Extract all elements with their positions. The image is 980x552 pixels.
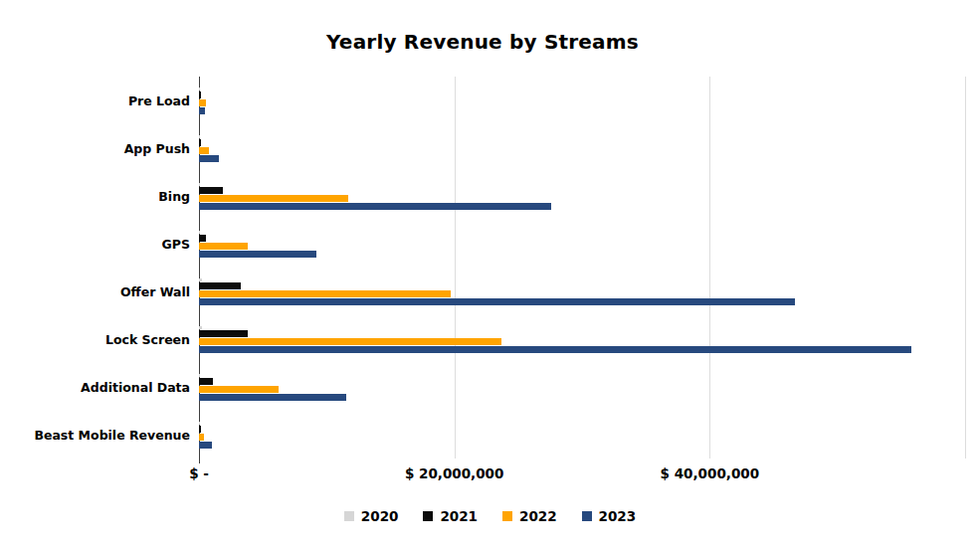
bar-2022-gps: [199, 243, 248, 250]
legend-item-2023: 2023: [582, 508, 637, 524]
bar-2022-app-push: [199, 147, 209, 154]
bar-2021-additional-data: [199, 378, 213, 385]
category-row-bing: Bing: [199, 172, 965, 220]
bar-2022-pre-load: [199, 99, 206, 106]
x-axis: $ - $ 20,000,000 $ 40,000,000: [199, 465, 965, 485]
legend-item-2022: 2022: [502, 508, 557, 524]
bar-2022-offer-wall: [199, 290, 451, 297]
category-row-additional-data: Additional Data: [199, 363, 965, 411]
gridline-60m: [965, 77, 966, 459]
legend-item-2020: 2020: [344, 508, 399, 524]
legend-swatch-2021: [423, 511, 433, 521]
legend-label-2022: 2022: [519, 508, 557, 524]
category-row-app-push: App Push: [199, 124, 965, 172]
legend-label-2021: 2021: [440, 508, 478, 524]
bar-2020-offer-wall: [199, 278, 202, 281]
category-label-pre-load: Pre Load: [128, 93, 190, 108]
chart-page: Yearly Revenue by Streams Pre LoadApp Pu…: [0, 0, 980, 552]
bar-2023-additional-data: [199, 394, 346, 401]
bar-2021-lock-screen: [199, 330, 248, 337]
x-tick-label-40m: $ 40,000,000: [661, 465, 760, 481]
category-label-gps: GPS: [162, 237, 190, 252]
bar-2023-bing: [199, 203, 551, 210]
bar-2020-lock-screen: [199, 326, 202, 329]
bar-2021-app-push: [199, 139, 201, 146]
bar-2021-bing: [199, 187, 223, 194]
bar-2023-beast-mobile-revenue: [199, 442, 212, 449]
category-label-beast-mobile-revenue: Beast Mobile Revenue: [34, 428, 190, 443]
bar-2021-gps: [199, 235, 206, 242]
category-row-lock-screen: Lock Screen: [199, 315, 965, 363]
category-label-additional-data: Additional Data: [81, 380, 190, 395]
legend-swatch-2022: [502, 511, 512, 521]
bar-2022-bing: [199, 195, 348, 202]
bar-2020-app-push: [199, 135, 200, 138]
category-row-beast-mobile-revenue: Beast Mobile Revenue: [199, 411, 965, 459]
category-row-offer-wall: Offer Wall: [199, 268, 965, 315]
bar-2020-gps: [199, 231, 200, 234]
plot-area: Pre LoadApp PushBingGPSOffer WallLock Sc…: [199, 77, 965, 459]
bar-2023-pre-load: [199, 107, 205, 114]
bar-2021-beast-mobile-revenue: [199, 426, 201, 433]
bar-2023-lock-screen: [199, 346, 911, 353]
bar-2021-pre-load: [199, 92, 201, 98]
bar-2023-app-push: [199, 155, 219, 162]
legend-label-2023: 2023: [599, 508, 637, 524]
category-row-gps: GPS: [199, 220, 965, 268]
bar-2023-offer-wall: [199, 298, 795, 305]
legend-label-2020: 2020: [361, 508, 399, 524]
bar-2022-beast-mobile-revenue: [199, 434, 204, 441]
legend: 2020202120222023: [0, 503, 980, 529]
bar-rows: Pre LoadApp PushBingGPSOffer WallLock Sc…: [199, 77, 965, 459]
x-tick-label-zero: $ -: [189, 465, 209, 481]
chart-title: Yearly Revenue by Streams: [0, 30, 965, 54]
bar-2020-bing: [199, 183, 200, 186]
bar-2022-lock-screen: [199, 338, 501, 345]
category-label-app-push: App Push: [124, 141, 190, 156]
x-tick-label-20m: $ 20,000,000: [405, 465, 504, 481]
bar-2021-offer-wall: [199, 282, 241, 289]
bar-2020-pre-load: [199, 88, 200, 91]
category-label-lock-screen: Lock Screen: [105, 332, 190, 347]
bar-2023-gps: [199, 251, 316, 258]
legend-swatch-2020: [344, 511, 354, 521]
category-row-pre-load: Pre Load: [199, 77, 965, 124]
legend-swatch-2023: [582, 511, 592, 521]
bar-2020-beast-mobile-revenue: [199, 422, 200, 425]
bar-2020-additional-data: [199, 374, 200, 377]
category-label-offer-wall: Offer Wall: [120, 284, 190, 299]
legend-item-2021: 2021: [423, 508, 478, 524]
category-label-bing: Bing: [158, 189, 190, 204]
bar-2022-additional-data: [199, 386, 279, 393]
